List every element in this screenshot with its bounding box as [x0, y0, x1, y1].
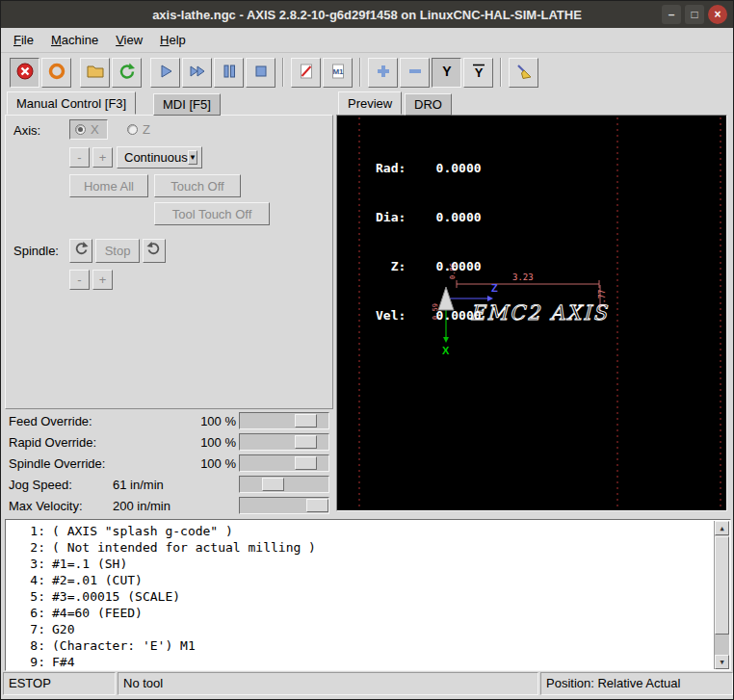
reload-icon: [118, 62, 137, 84]
skip-lines-icon: [297, 62, 316, 84]
gcode-line-text: #2=.01 (CUT): [52, 572, 143, 588]
feed-override-thumb[interactable]: [295, 414, 317, 428]
estop-button[interactable]: [10, 58, 39, 88]
toolbar: M1 Y Y: [1, 53, 733, 91]
emc2-axis-logo: EMC2 AXIS: [470, 301, 609, 324]
jog-minus-button[interactable]: -: [69, 147, 90, 168]
spindle-plus-button[interactable]: +: [92, 270, 113, 290]
max-velocity-value: 200 in/min: [113, 499, 170, 513]
gcode-line[interactable]: 9:F#4: [6, 654, 711, 670]
machine-power-button[interactable]: [41, 58, 71, 88]
spindle-override-label: Spindle Override:: [9, 456, 105, 471]
view-y-button[interactable]: Y: [432, 58, 461, 88]
gcode-line[interactable]: 6:#4=60 (FEED): [6, 605, 711, 621]
gcode-line[interactable]: 8:(Character: 'E') M1: [6, 637, 711, 654]
tab-dro[interactable]: DRO: [405, 93, 452, 116]
preview-canvas[interactable]: 3.23 3.77 0.86 0.59 Z X EMC2 AXIS Rad: 0…: [336, 115, 727, 511]
tab-mdi[interactable]: MDI [F5]: [153, 93, 221, 116]
optional-stop-button[interactable]: M1: [323, 58, 353, 88]
gcode-line[interactable]: 2:( Not intended for actual milling ): [6, 539, 711, 556]
menu-help[interactable]: Help: [151, 30, 195, 50]
tab-manual-control[interactable]: Manual Control [F3]: [7, 91, 136, 115]
zoom-in-button[interactable]: [368, 58, 398, 88]
tab-preview[interactable]: Preview: [338, 91, 402, 115]
dro-vel: Vel: 0.0000: [376, 307, 482, 324]
view-y-inverted-icon: Y: [469, 62, 488, 84]
axis-x-radio[interactable]: X: [69, 119, 108, 140]
spindle-stop-button[interactable]: Stop: [95, 239, 140, 263]
tool-touch-off-button[interactable]: Tool Touch Off: [154, 202, 270, 225]
window-title: axis-lathe.ngc - AXIS 2.8.2-10-g6d29f145…: [152, 8, 582, 22]
view-y-icon: Y: [437, 62, 457, 84]
menu-view[interactable]: View: [107, 30, 151, 50]
gcode-line-text: #1=.1 (SH): [52, 556, 127, 572]
pause-button[interactable]: [214, 58, 244, 88]
close-button[interactable]: ×: [708, 5, 727, 24]
scrollbar-thumb[interactable]: [715, 536, 729, 635]
toolbar-separator: [282, 58, 284, 87]
titlebar[interactable]: axis-lathe.ngc - AXIS 2.8.2-10-g6d29f145…: [1, 1, 733, 28]
axis-x-label: X: [91, 122, 99, 137]
jog-speed-row: Jog Speed: 61 in/min: [5, 475, 333, 495]
jog-speed-slider[interactable]: [239, 476, 329, 493]
stop-button[interactable]: [246, 58, 275, 88]
gcode-line[interactable]: 7:G20: [6, 621, 711, 637]
jog-speed-thumb[interactable]: [262, 478, 284, 491]
spindle-override-value: 100 %: [190, 456, 236, 471]
view-y-inverted-button[interactable]: Y: [463, 58, 493, 88]
axis-z-radio[interactable]: Z: [127, 122, 150, 137]
feed-override-label: Feed Override:: [9, 414, 92, 428]
spindle-cw-button[interactable]: [143, 239, 166, 263]
menu-machine[interactable]: Machine: [42, 30, 107, 50]
feed-override-row: Feed Override: 100 %: [5, 411, 333, 431]
home-all-button[interactable]: Home All: [69, 174, 148, 197]
rapid-override-value: 100 %: [190, 435, 236, 450]
spindle-ccw-icon: [72, 241, 90, 261]
minimize-button[interactable]: –: [662, 5, 681, 24]
max-velocity-slider[interactable]: [239, 497, 329, 514]
zoom-out-button[interactable]: [400, 58, 430, 88]
spindle-override-thumb[interactable]: [295, 456, 317, 470]
skip-lines-button[interactable]: [291, 58, 321, 88]
max-velocity-row: Max Velocity: 200 in/min: [5, 496, 333, 516]
touch-off-button[interactable]: Touch Off: [154, 174, 241, 197]
rapid-override-thumb[interactable]: [295, 435, 317, 449]
axis-z-label: Z: [143, 122, 150, 137]
run-button[interactable]: [150, 58, 180, 88]
menu-file[interactable]: File: [5, 30, 42, 50]
spindle-ccw-button[interactable]: [69, 239, 92, 263]
gcode-line-text: (Character: 'E') M1: [52, 637, 196, 654]
jog-plus-button[interactable]: +: [92, 147, 113, 168]
gcode-line-number: 3:: [6, 556, 52, 572]
gcode-line[interactable]: 5:#3=.00015 (SCALE): [6, 588, 711, 605]
status-tool: No tool: [118, 672, 538, 695]
jog-speed-label: Jog Speed:: [9, 478, 72, 492]
zoom-in-icon: [374, 62, 393, 84]
gcode-line-number: 2:: [6, 539, 52, 556]
spindle-minus-button[interactable]: -: [69, 270, 90, 290]
gcode-line[interactable]: 3:#1=.1 (SH): [6, 556, 711, 572]
max-velocity-thumb[interactable]: [306, 499, 328, 512]
menubar: File Machine View Help: [1, 28, 733, 53]
spindle-override-slider[interactable]: [239, 454, 329, 472]
rapid-override-row: Rapid Override: 100 %: [5, 432, 333, 453]
gcode-line[interactable]: 1:( AXIS "splash g-code" ): [6, 523, 711, 539]
scroll-down-icon[interactable]: ▼: [715, 655, 729, 669]
jog-mode-combobox[interactable]: Continuous ▼: [117, 146, 202, 169]
gcode-line-number: 9:: [6, 654, 52, 670]
gcode-line[interactable]: 4:#2=.01 (CUT): [6, 572, 711, 588]
rapid-override-slider[interactable]: [239, 433, 329, 451]
scroll-up-icon[interactable]: ▲: [715, 521, 729, 535]
reload-button[interactable]: [112, 58, 142, 88]
clear-plot-button[interactable]: [509, 58, 538, 88]
svg-text:Y: Y: [442, 64, 452, 79]
gcode-listing[interactable]: 1:( AXIS "splash g-code" ) 2:( Not inten…: [5, 519, 731, 671]
maximize-button[interactable]: □: [685, 5, 704, 24]
gcode-scrollbar[interactable]: ▲ ▼: [714, 521, 729, 669]
open-file-button[interactable]: [80, 58, 110, 88]
gcode-line-number: 8:: [6, 637, 52, 654]
feed-override-slider[interactable]: [239, 412, 329, 429]
dropdown-arrow-icon: ▼: [188, 150, 197, 165]
step-button[interactable]: [182, 58, 212, 88]
clear-plot-brush-icon: [514, 62, 534, 84]
